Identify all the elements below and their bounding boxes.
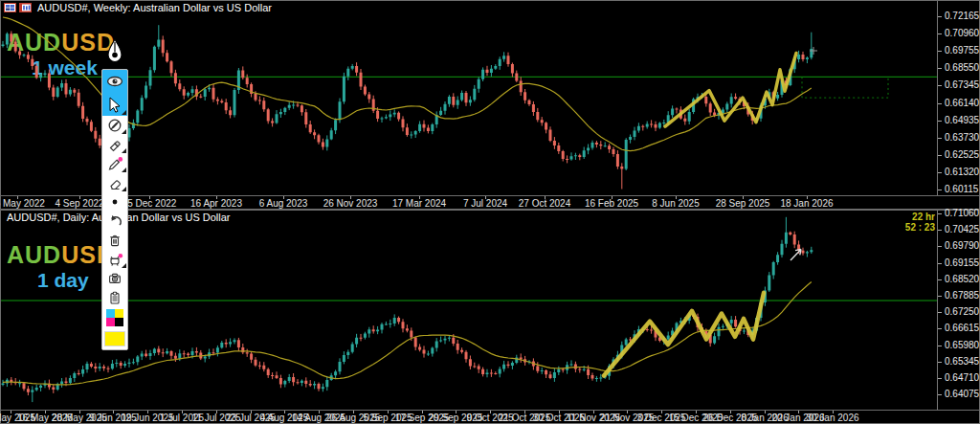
- bear-candle-wicks: [11, 232, 803, 395]
- time-axis-tick: [743, 196, 744, 199]
- time-axis-tick: [456, 411, 457, 413]
- color-palette-icon: [106, 309, 123, 326]
- time-axis-tick: [216, 411, 217, 413]
- price-axis-label: 0.66140: [945, 98, 979, 108]
- time-axis-tick: [45, 411, 46, 413]
- price-axis-label: 0.66615: [945, 323, 979, 333]
- price-axis-tick: [938, 33, 942, 34]
- price-axis-tick: [938, 263, 942, 264]
- price-axis-tick: [938, 328, 942, 329]
- submenu-indicator: [122, 187, 126, 191]
- price-axis-tick: [938, 85, 942, 86]
- palette-tool[interactable]: [102, 307, 127, 328]
- time-axis-tick: [545, 196, 546, 199]
- price-axis-tick: [938, 394, 942, 395]
- time-axis-tick: [765, 411, 766, 413]
- time-axis-tick: [422, 411, 423, 413]
- quotes-grid-icon[interactable]: [4, 3, 16, 12]
- candle-countdown: 22 hr 52 : 23: [905, 212, 935, 233]
- price-axis-tick: [938, 346, 942, 346]
- time-axis-tick: [833, 411, 834, 413]
- price-axis-label: 0.68520: [945, 274, 979, 284]
- price-axis-label: 0.64935: [945, 115, 979, 125]
- marker-tool[interactable]: [102, 135, 127, 154]
- dashed-selection-box[interactable]: [802, 77, 888, 98]
- price-axis-tick: [938, 51, 942, 52]
- drawn-arrow[interactable]: [791, 249, 801, 260]
- submenu-indicator: [122, 263, 126, 268]
- drawing-toolbar: [101, 38, 128, 350]
- dot-tool[interactable]: [102, 192, 127, 212]
- price-axis-label: 0.69155: [945, 257, 979, 268]
- time-axis-label: 4 Sep 2022: [55, 198, 103, 209]
- delete-tool[interactable]: [102, 231, 127, 250]
- clipboard-tool[interactable]: [102, 288, 127, 307]
- time-axis-tick: [149, 196, 150, 199]
- cursor-tool[interactable]: [102, 93, 127, 116]
- price-axis-label: 0.65345: [945, 356, 979, 367]
- submenu-indicator: [122, 167, 126, 172]
- time-axis-tick: [627, 411, 628, 413]
- time-axis-daily[interactable]: 6 May 202516 May 202528 May 20259 Jun 20…: [1, 410, 979, 423]
- time-axis-tick: [79, 411, 80, 413]
- candle-chart-icon[interactable]: [19, 3, 32, 12]
- no-draw-tool[interactable]: [102, 116, 127, 135]
- price-axis-label: 0.64710: [945, 372, 979, 383]
- price-axis-tick: [938, 190, 942, 190]
- bucket-tool[interactable]: [102, 250, 127, 269]
- price-axis-daily[interactable]: 0.710600.704250.697900.691550.685200.678…: [937, 211, 979, 410]
- price-axis-tick: [938, 103, 942, 104]
- price-axis-label: 0.61320: [945, 167, 979, 177]
- eye-tool[interactable]: [102, 70, 127, 93]
- price-axis-label: 0.69755: [945, 45, 979, 56]
- time-axis-label: 15 May 2022: [0, 198, 45, 209]
- eraser-tool[interactable]: [102, 173, 127, 192]
- price-axis-label: 0.63730: [945, 132, 979, 143]
- price-axis-tick: [938, 378, 942, 379]
- time-axis-label: 28 Sep 2025: [716, 198, 770, 209]
- price-axis-label: 0.64075: [945, 389, 979, 399]
- time-axis-label: 8 Jun 2025: [652, 198, 700, 209]
- time-axis-tick: [17, 196, 18, 199]
- price-axis-tick: [938, 246, 942, 247]
- time-axis-tick: [798, 411, 799, 413]
- time-axis-tick: [350, 196, 351, 199]
- price-axis-label: 0.70425: [945, 224, 979, 234]
- price-axis-tick: [938, 138, 942, 139]
- time-axis-weekly[interactable]: 15 May 20224 Sep 202225 Dec 202216 Apr 2…: [1, 195, 979, 209]
- price-axis-label: 0.65980: [945, 340, 979, 350]
- price-axis-label: 0.62525: [945, 149, 979, 160]
- time-axis-tick: [283, 196, 284, 199]
- time-axis-tick: [284, 411, 285, 413]
- pencil-tool[interactable]: [102, 154, 127, 173]
- price-axis-label: 0.67885: [945, 290, 979, 301]
- time-axis-tick: [388, 411, 389, 413]
- bear-candle-bodies: [10, 233, 804, 392]
- time-axis-tick: [11, 411, 11, 413]
- time-axis-tick: [113, 411, 114, 413]
- daily-price-chart[interactable]: [1, 211, 937, 410]
- undo-tool[interactable]: [102, 212, 127, 231]
- chart-window-daily[interactable]: AUDUSD 1 day AUDUSD#, Daily: Australian …: [0, 210, 980, 424]
- price-axis-tick: [938, 172, 942, 173]
- price-axis-tick: [938, 213, 942, 214]
- color-swatch-icon: [104, 331, 125, 346]
- active-color-swatch[interactable]: [102, 328, 127, 349]
- time-axis-tick: [676, 196, 677, 199]
- time-axis-tick: [79, 196, 80, 199]
- price-axis-tick: [938, 16, 942, 17]
- price-axis-label: 0.68550: [945, 62, 979, 73]
- time-axis-label: 16 Feb 2025: [585, 198, 638, 209]
- trading-terminal: AUDUSD 1 week AUDUSD#, Weekly: Australia…: [0, 0, 980, 424]
- chart-title-bar-weekly: AUDUSD#, Weekly: Australian Dollar vs US…: [4, 2, 272, 13]
- weekly-price-chart[interactable]: [1, 1, 937, 196]
- screenshot-tool[interactable]: [102, 269, 127, 288]
- time-axis-label: 18 Jan 2026: [780, 198, 833, 209]
- time-axis-tick: [807, 196, 808, 199]
- time-axis-tick: [419, 196, 420, 199]
- price-axis-weekly[interactable]: 0.721650.709600.697550.685500.673450.661…: [937, 1, 979, 196]
- time-axis-tick: [182, 411, 183, 413]
- time-axis-tick: [559, 411, 560, 413]
- chart-window-weekly[interactable]: AUDUSD 1 week AUDUSD#, Weekly: Australia…: [0, 0, 980, 210]
- pen-nib-icon[interactable]: [101, 38, 128, 67]
